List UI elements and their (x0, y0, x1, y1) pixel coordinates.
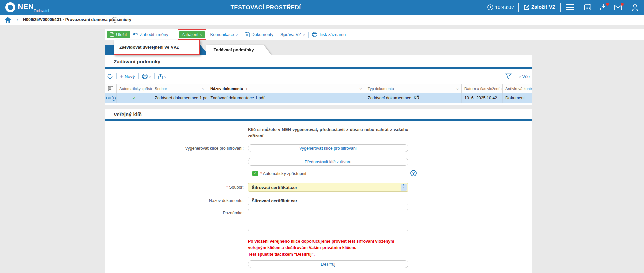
discard-changes-label: Zahodit změny (140, 32, 168, 37)
toolbar-divider (172, 32, 172, 38)
mail-icon[interactable] (614, 5, 622, 10)
table-row[interactable]: i ✓ Zadávací dokumentace 1.pdf Zadávací … (105, 93, 532, 103)
toolbar-divider (308, 32, 309, 38)
warning-line: Test spustíte tlačítkem "Dešifruj". (248, 251, 409, 258)
file-browse-icon[interactable] (401, 184, 407, 191)
warning-line: veřejným klíčem a dešifrování Vaším priv… (248, 245, 409, 251)
chevron-down-icon: ▽ (519, 75, 521, 78)
column-chooser-icon (108, 86, 113, 91)
toolbar-divider (515, 73, 515, 79)
filter-triangle-icon[interactable]: ▽ (358, 87, 362, 90)
documents-label: Dokumenty (251, 32, 273, 37)
info-icon[interactable]: i (112, 96, 116, 101)
start-highlight-box: Zahájení ▽ (178, 29, 206, 40)
new-vz-button[interactable]: Založit VZ (531, 4, 555, 10)
menu-item-register-vvz[interactable]: Zaevidovat uveřejnění ve VVZ (114, 45, 179, 50)
grid-toolbar: + Nový ▽ ▽ ▽ (105, 71, 532, 82)
brand-name: NEN (18, 3, 34, 11)
table-header-row: Automaticky zpřístupnit ▽ Soubor ▽ Název… (105, 84, 532, 93)
discard-changes-button[interactable]: Zahodit změny (133, 32, 168, 37)
encryption-warning: Po vložení veřejného klíče doporučujeme … (248, 238, 409, 257)
file-field-value: Šifrovací certifikát.cer (252, 185, 297, 190)
row-date-cell: 10. 6. 2025 10:42 (462, 93, 503, 103)
row-name-cell: Zadávací dokumentace 1.pdf (207, 93, 365, 103)
documents-button[interactable]: Dokumenty (245, 32, 273, 37)
filter-triangle-icon[interactable]: ▽ (499, 87, 503, 90)
sort-asc-icon: ↑ (245, 86, 247, 91)
auto-access-label: * Automaticky zpřístupnit (260, 171, 306, 176)
key-intro-text: Klíč si můžete v NEN vygenerovat, předna… (248, 127, 408, 140)
preset-key-button[interactable]: Přednastavit klíč z útvaru (248, 158, 408, 166)
toolbar-divider (116, 73, 117, 79)
menu-icon[interactable] (566, 4, 574, 10)
filter-triangle-icon[interactable]: ▽ (455, 87, 459, 90)
file-label: * Soubor: (105, 185, 244, 190)
new-document-button[interactable]: + Nový (120, 73, 135, 80)
filter-funnel-icon[interactable] (505, 73, 512, 79)
export-button[interactable]: ▽ (158, 74, 166, 79)
chevron-down-icon: ▽ (236, 33, 238, 36)
clock-icon (487, 4, 494, 11)
tab-zadavaci-podminky[interactable]: Zadávací podmínky (206, 45, 271, 55)
save-icon (110, 32, 114, 37)
section-underline (105, 119, 532, 121)
communication-menu-button[interactable]: Komunikace ▽ (210, 32, 238, 37)
generate-keys-button[interactable]: Vygenerovat klíče pro šifrování (248, 144, 408, 152)
communication-label: Komunikace (210, 32, 234, 37)
row-menu-icon[interactable] (106, 97, 111, 99)
close-record-icon[interactable]: × (112, 17, 118, 23)
header-date[interactable]: Datum a čas vložení ▽ (462, 84, 503, 93)
public-key-panel: Veřejný klíč Klíč si můžete v NEN vygene… (105, 109, 532, 273)
manage-vz-menu-button[interactable]: Správa VZ ▽ (280, 32, 305, 37)
help-icon[interactable]: ? (410, 170, 417, 176)
breadcrumb-chevron: › (17, 17, 18, 22)
section-title: Zadávací podmínky (114, 59, 160, 64)
refresh-icon[interactable] (107, 73, 113, 79)
header-file[interactable]: Soubor ▽ (152, 84, 207, 93)
new-label: Nový (125, 74, 135, 79)
start-label: Zahájení (182, 32, 199, 37)
document-icon (245, 32, 250, 37)
header-name-sorted[interactable]: Název dokumentu ↑ ▽ (207, 84, 365, 93)
chevron-down-icon: ▽ (149, 75, 151, 78)
downloads-badge (606, 3, 609, 6)
required-asterisk: * (260, 171, 262, 176)
header-type[interactable]: Typ dokumentu ▽ (365, 84, 462, 93)
home-icon[interactable] (5, 17, 11, 23)
toolbar-divider (154, 73, 155, 79)
calendar-icon[interactable] (584, 4, 591, 11)
file-field[interactable]: Šifrovací certifikát.cer (248, 183, 408, 192)
header-auto[interactable]: Automaticky zpřístupnit ▽ (117, 84, 152, 93)
doc-name-field[interactable]: Šifrovací certifikát.cer (248, 197, 408, 205)
toolbar-divider (349, 32, 349, 38)
row-file-cell: Zadávací dokumentace 1.pdf (152, 93, 207, 103)
auto-access-checkbox[interactable]: ✓ (252, 171, 258, 176)
note-textarea[interactable] (248, 209, 408, 231)
section-underline (105, 67, 532, 69)
filter-all-button[interactable]: ▽ Vše (519, 74, 530, 79)
share-export-icon (158, 74, 163, 79)
user-icon[interactable] (632, 3, 638, 11)
chevron-down-icon: ▽ (303, 33, 305, 36)
plus-icon: + (120, 73, 123, 80)
filter-triangle-icon[interactable]: ▽ (201, 87, 204, 90)
breadcrumb: › N006/25/V00005431 - Provozování domova… (0, 15, 644, 25)
tab-label: Zadávací podmínky (206, 47, 254, 52)
required-asterisk: * (226, 185, 228, 190)
clock-time: 10:43:07 (495, 5, 514, 10)
row-antivirus-cell: Dokument (503, 93, 532, 103)
brand-subtitle: Zadavatel (34, 9, 49, 13)
new-vz-icon (523, 4, 530, 11)
printer-icon (312, 32, 317, 37)
header-antivirus[interactable]: Antivirová kontrola (503, 84, 532, 93)
filter-all-label: Vše (522, 74, 530, 79)
decrypt-test-button[interactable]: Dešifruj (248, 260, 408, 268)
printer-icon (142, 74, 148, 79)
start-menu-button[interactable]: Zahájení ▽ (179, 31, 205, 38)
check-icon: ✓ (132, 95, 136, 101)
save-button[interactable]: Uložit (107, 31, 130, 38)
print-grid-button[interactable]: ▽ (142, 74, 151, 79)
row-type-cell: Zadávací dokumentace_KŘ (365, 93, 462, 103)
column-chooser-cell[interactable] (105, 84, 117, 93)
print-record-button[interactable]: Tisk záznamu (312, 32, 346, 37)
